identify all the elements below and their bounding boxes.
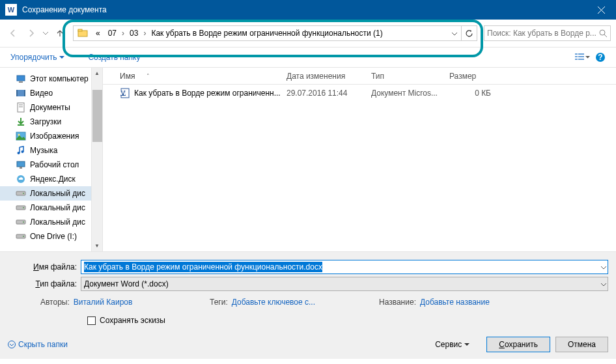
svg-point-31: [23, 193, 24, 194]
svg-point-25: [18, 152, 20, 154]
view-options-button[interactable]: [573, 49, 591, 65]
toolbar: Упорядочить Создать папку ?: [0, 47, 616, 68]
scroll-thumb[interactable]: [92, 90, 102, 142]
drive-icon: [16, 217, 26, 227]
column-size[interactable]: Размер: [444, 72, 496, 81]
desk-icon: [16, 160, 26, 170]
docs-icon: [16, 102, 26, 113]
sort-indicator-icon: ˄: [147, 73, 150, 79]
scroll-down-icon[interactable]: ▼: [92, 240, 102, 251]
scrollbar[interactable]: ▲ ▼: [91, 68, 102, 251]
title-value[interactable]: Добавьте название: [420, 298, 490, 307]
tree-item-label: One Drive (I:): [30, 232, 77, 241]
save-thumbnails-label: Сохранять эскизы: [100, 316, 165, 325]
svg-point-37: [23, 236, 24, 237]
save-button[interactable]: Сохранить: [486, 337, 550, 352]
service-menu[interactable]: Сервис: [435, 340, 469, 349]
sidebar-item[interactable]: Локальный дис: [0, 201, 102, 215]
authors-label: Авторы:: [40, 298, 70, 307]
filename-dropdown[interactable]: [601, 262, 606, 272]
help-button[interactable]: ?: [591, 49, 609, 65]
svg-rect-7: [578, 53, 584, 55]
breadcrumb-part[interactable]: 03: [126, 29, 142, 38]
organize-menu[interactable]: Упорядочить: [7, 50, 68, 64]
help-icon: ?: [595, 52, 606, 63]
file-row[interactable]: WКак убрать в Ворде режим ограниченн...2…: [103, 85, 616, 102]
authors-value[interactable]: Виталий Каиров: [74, 298, 133, 307]
file-size: 0 КБ: [444, 89, 496, 98]
cancel-button[interactable]: Отмена: [555, 337, 608, 352]
svg-rect-11: [578, 59, 584, 60]
sidebar-item[interactable]: Видео: [0, 86, 102, 100]
svg-rect-6: [575, 53, 578, 55]
history-dropdown[interactable]: [42, 32, 49, 35]
svg-rect-17: [16, 90, 18, 96]
window-title: Сохранение документа: [22, 5, 587, 14]
word-doc-icon: W: [120, 88, 130, 98]
close-icon: [598, 7, 605, 14]
sidebar-item[interactable]: Документы: [0, 100, 102, 115]
forward-button[interactable]: [23, 25, 39, 41]
svg-point-41: [8, 341, 16, 348]
nav-row: « 07 › 03 › Как убрать в Ворде режим огр…: [0, 20, 616, 47]
chevron-down-icon: [43, 32, 48, 35]
title-label: Название:: [379, 298, 416, 307]
svg-text:?: ?: [598, 53, 602, 62]
tree-item-label: Документы: [30, 103, 70, 112]
arrow-right-icon: [27, 29, 36, 38]
address-dropdown[interactable]: [448, 29, 461, 38]
back-button[interactable]: [5, 25, 21, 41]
sidebar-item[interactable]: Локальный дис: [0, 215, 102, 229]
address-bar[interactable]: « 07 › 03 › Как убрать в Ворде режим огр…: [73, 25, 477, 41]
sidebar-item[interactable]: Загрузки: [0, 115, 102, 129]
sidebar-item[interactable]: Изображения: [0, 129, 102, 143]
filetype-label: Тип файла:: [8, 279, 77, 288]
tree-item-label: Видео: [30, 89, 53, 98]
breadcrumb-part[interactable]: Как убрать в Ворде режим ограниченной фу…: [147, 29, 386, 38]
filetype-dropdown[interactable]: [601, 279, 606, 288]
chevron-right-icon: ›: [142, 29, 147, 38]
tree-item-label: Локальный дис: [30, 217, 85, 227]
hide-folders-button[interactable]: Скрыть папки: [8, 340, 68, 349]
search-input[interactable]: [487, 29, 596, 38]
new-folder-button[interactable]: Создать папку: [84, 50, 144, 64]
sidebar-item[interactable]: Яндекс.Диск: [0, 172, 102, 186]
column-date[interactable]: Дата изменения: [281, 72, 366, 81]
svg-rect-19: [18, 103, 24, 112]
tags-value[interactable]: Добавьте ключевое с...: [232, 298, 315, 307]
column-name[interactable]: Имя˄: [115, 72, 281, 81]
svg-rect-10: [575, 59, 578, 60]
new-folder-label: Создать папку: [88, 53, 140, 62]
search-box[interactable]: [484, 25, 611, 41]
svg-rect-8: [575, 56, 578, 57]
file-name: Как убрать в Ворде режим ограниченн...: [134, 89, 281, 98]
down-icon: [16, 117, 26, 127]
breadcrumb-prefix[interactable]: «: [92, 29, 104, 38]
filename-input[interactable]: Как убрать в Ворде режим ограниченной фу…: [81, 260, 608, 274]
sidebar-item[interactable]: One Drive (I:): [0, 229, 102, 244]
drive-icon: [16, 203, 26, 213]
sidebar-item[interactable]: Музыка: [0, 143, 102, 158]
chevron-down-icon: [464, 343, 469, 346]
tree-item-label: Загрузки: [30, 117, 61, 126]
close-button[interactable]: [587, 0, 616, 20]
video-icon: [16, 88, 26, 98]
drive-icon: [16, 231, 26, 242]
tree-item-label: Рабочий стол: [30, 160, 79, 169]
sidebar-item[interactable]: Этот компьютер: [0, 72, 102, 86]
filetype-input[interactable]: Документ Word (*.docx): [81, 277, 608, 291]
refresh-button[interactable]: [461, 25, 477, 41]
sidebar-item[interactable]: Локальный дис: [0, 186, 102, 201]
scroll-up-icon[interactable]: ▲: [92, 68, 102, 79]
breadcrumb-part[interactable]: 07: [104, 29, 120, 38]
column-type[interactable]: Тип: [366, 72, 444, 81]
chevron-right-icon: ›: [120, 29, 126, 38]
drive-icon: [16, 188, 26, 199]
svg-text:W: W: [120, 88, 127, 97]
save-thumbnails-checkbox[interactable]: [87, 316, 96, 325]
view-icon: [575, 53, 585, 61]
sidebar-item[interactable]: Рабочий стол: [0, 158, 102, 172]
up-button[interactable]: [52, 25, 68, 41]
tree-item-label: Музыка: [30, 146, 57, 155]
main-area: Этот компьютерВидеоДокументыЗагрузкиИзоб…: [0, 68, 616, 251]
